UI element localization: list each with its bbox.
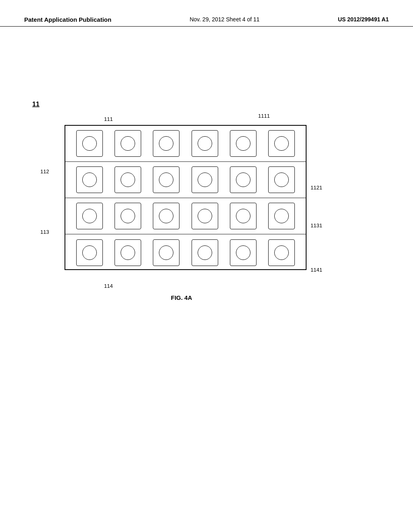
cell-3-3 [153,203,179,229]
header-center-label: Nov. 29, 2012 Sheet 4 of 11 [190,16,259,23]
cell-3-4 [192,203,218,229]
circle-2-6 [274,172,289,187]
circle-4-6 [274,245,289,260]
circle-2-1 [82,172,97,187]
circle-3-6 [274,209,289,223]
circle-4-3 [159,245,173,260]
cell-1-6 [268,130,295,157]
cell-4-1 [76,239,103,266]
label-1111: 1111 [258,113,270,119]
cell-2-2 [115,166,141,193]
label-113: 113 [40,229,49,235]
row-layer-4 [65,235,306,271]
circle-2-2 [121,172,135,187]
cell-4-2 [115,239,141,266]
cell-1-3 [153,130,179,157]
circle-1-4 [198,136,212,151]
fig-caption: FIG. 4A [32,294,331,301]
cell-2-3 [153,166,179,193]
circle-4-1 [82,245,97,260]
circle-3-5 [236,209,250,223]
cell-4-4 [192,239,218,266]
circle-1-5 [236,136,250,151]
cell-3-1 [76,203,103,229]
circle-3-2 [121,209,135,223]
row-layer-2 [65,162,306,198]
circle-3-3 [159,209,173,223]
circle-1-2 [121,136,135,151]
label-114: 114 [104,283,113,289]
label-111: 111 [104,116,113,122]
cell-4-3 [153,239,179,266]
circle-3-1 [82,209,97,223]
cell-4-6 [268,239,295,266]
cell-3-6 [268,203,295,229]
row-layer-1 [65,126,306,162]
cell-3-2 [115,203,141,229]
header-left-label: Patent Application Publication [24,16,111,23]
device-outer [65,125,307,270]
circle-4-5 [236,245,250,260]
cell-1-5 [230,130,257,157]
label-112: 112 [40,168,49,175]
circle-1-6 [274,136,289,151]
cell-1-2 [115,130,141,157]
fig-label-11: 11 [32,101,40,108]
label-1141: 1141 [311,267,322,273]
cell-2-1 [76,166,103,193]
cell-1-4 [192,130,218,157]
circle-2-3 [159,172,173,187]
circle-1-1 [82,136,97,151]
header-right-label: US 2012/299491 A1 [338,16,389,23]
cell-3-5 [230,203,257,229]
circle-4-2 [121,245,135,260]
circle-2-4 [198,172,212,187]
circle-3-4 [198,209,212,223]
cell-2-5 [230,166,257,193]
cell-4-5 [230,239,257,266]
label-1131: 1131 [311,222,322,229]
cell-2-4 [192,166,218,193]
circle-2-5 [236,172,250,187]
cell-1-1 [76,130,103,157]
circle-4-4 [198,245,212,260]
page-header: Patent Application Publication Nov. 29, … [0,16,413,27]
circle-1-3 [159,136,173,151]
cell-2-6 [268,166,295,193]
row-layer-3 [65,198,306,235]
label-1121: 1121 [311,185,322,191]
